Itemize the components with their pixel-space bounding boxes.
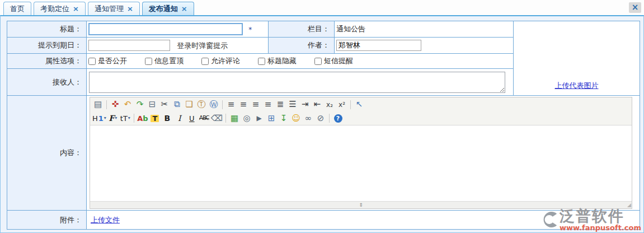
select-all-icon[interactable]: ↖: [353, 99, 365, 110]
row-attachment: 附件： 上传文件: [7, 211, 640, 230]
content-label: 内容：: [7, 96, 87, 211]
author-label: 作者：: [269, 38, 335, 54]
upload-file-link[interactable]: 上传文件: [91, 216, 120, 224]
close-panel-button[interactable]: ×: [629, 2, 641, 13]
row-title-column: 标题： * 栏目： 通知公告 上传代表图片: [7, 21, 640, 38]
subscript-icon[interactable]: x₂: [323, 99, 336, 110]
strikethrough-icon[interactable]: ABC: [198, 113, 210, 124]
underline-icon[interactable]: U: [186, 113, 198, 124]
heading-dropdown[interactable]: H1▾: [92, 113, 107, 124]
checkbox-is-public[interactable]: 是否公开: [88, 56, 127, 66]
checkbox-sms-remind[interactable]: 短信提醒: [314, 56, 353, 66]
author-input[interactable]: [336, 40, 421, 51]
unordered-list-icon[interactable]: ☰: [286, 99, 299, 110]
paste-icon[interactable]: ❏: [183, 99, 195, 110]
checkbox-hide-title-input[interactable]: [258, 58, 265, 65]
representative-image-cell: 上传代表图片: [514, 21, 640, 96]
cut-icon[interactable]: ✂: [158, 99, 171, 110]
undo-icon[interactable]: ↶: [121, 99, 134, 110]
editor-content-area[interactable]: [90, 125, 632, 201]
editor-corner-resize-handle[interactable]: ◢: [627, 202, 631, 208]
text-color-icon[interactable]: Ab: [137, 113, 149, 124]
insert-table-icon[interactable]: ⊞: [265, 113, 278, 124]
checkbox-is-public-input[interactable]: [88, 58, 96, 65]
fullscreen-icon[interactable]: ✜: [109, 99, 121, 110]
unlink-icon[interactable]: ⊘: [314, 113, 327, 124]
checkbox-sms-remind-input[interactable]: [314, 58, 322, 65]
tab-home[interactable]: 首页: [3, 2, 31, 15]
align-center-icon[interactable]: ≡: [237, 99, 250, 110]
tab-close-icon[interactable]: ×: [181, 5, 187, 12]
column-label: 栏目：: [269, 21, 335, 38]
publish-notice-form: 标题： * 栏目： 通知公告 上传代表图片 提示到期日： 登录时弹窗提示 作者：: [7, 21, 640, 230]
paste-as-text-icon[interactable]: Ⓣ: [195, 99, 208, 110]
tab-label: 发布通知: [149, 4, 178, 14]
toolbar-separator: [134, 114, 134, 123]
emoticon-icon[interactable]: ☺: [290, 113, 302, 124]
insert-flash-icon[interactable]: ◎: [241, 113, 253, 124]
checkbox-hide-title[interactable]: 标题隐藏: [258, 56, 297, 66]
indent-icon[interactable]: ⇥: [299, 99, 311, 110]
recipients-label: 接收人：: [7, 69, 87, 96]
tab-bar: 首页 考勤定位 × 通知管理 × 发布通知 × ×: [0, 0, 644, 15]
align-left-icon[interactable]: ≡: [225, 99, 237, 110]
redo-icon[interactable]: ↷: [134, 99, 146, 110]
login-popup-hint: 登录时弹窗提示: [177, 41, 228, 50]
highlight-color-icon[interactable]: T: [149, 113, 161, 124]
toolbar-separator: [225, 114, 226, 123]
checkbox-pin-top[interactable]: 信息置顶: [145, 56, 184, 66]
horizontal-rule-icon[interactable]: ↧: [278, 113, 290, 124]
checkbox-allow-comments[interactable]: 允许评论: [201, 56, 240, 66]
toolbar-separator: [106, 100, 107, 109]
bold-icon[interactable]: B: [161, 113, 173, 124]
title-input[interactable]: [88, 23, 243, 35]
app-window: 首页 考勤定位 × 通知管理 × 发布通知 × × 标题： * 栏目：: [0, 0, 644, 233]
remind-date-label: 提示到期日：: [7, 38, 87, 54]
row-content: 内容： ▤ ✜ ↶ ↷ ⊟ ✂ ⧉ ❏ Ⓣ: [7, 96, 640, 211]
upload-image-link[interactable]: 上传代表图片: [555, 81, 599, 90]
editor-status-bar: ⇕ ◢: [90, 201, 632, 208]
ordered-list-icon[interactable]: ≣: [274, 99, 286, 110]
editor-resize-handle[interactable]: ⇕: [359, 202, 363, 208]
tab-notice-management[interactable]: 通知管理 ×: [88, 2, 140, 15]
print-icon[interactable]: ⊟: [146, 99, 158, 110]
superscript-icon[interactable]: x²: [336, 99, 348, 110]
toolbar-separator: [222, 100, 223, 109]
font-family-dropdown[interactable]: F▾: [107, 113, 119, 124]
tab-close-icon[interactable]: ×: [73, 5, 79, 12]
column-value: 通知公告: [335, 21, 514, 38]
toolbar-separator: [350, 100, 351, 109]
recipients-textarea[interactable]: [89, 72, 505, 93]
italic-icon[interactable]: I: [173, 113, 186, 124]
checkbox-allow-comments-input[interactable]: [201, 58, 209, 65]
checkbox-pin-top-input[interactable]: [145, 58, 152, 65]
insert-image-icon[interactable]: ▦: [228, 113, 241, 124]
editor-toolbar-row1: ▤ ✜ ↶ ↷ ⊟ ✂ ⧉ ❏ Ⓣ Ⓦ ≡: [90, 97, 632, 111]
tab-label: 考勤定位: [40, 4, 69, 14]
tab-label: 通知管理: [95, 4, 124, 14]
options-label: 属性选项：: [7, 54, 87, 69]
tab-label: 首页: [10, 4, 25, 14]
chevron-down-icon: ▾: [115, 116, 117, 120]
editor-toolbar-row2: H1▾ F▾ tT▾ Ab T: [90, 111, 632, 125]
tab-attendance-location[interactable]: 考勤定位 ×: [34, 2, 86, 15]
insert-video-icon[interactable]: ▶: [253, 113, 265, 124]
font-size-dropdown[interactable]: tT▾: [119, 113, 131, 124]
chevron-down-icon: ▾: [104, 116, 106, 120]
copy-icon[interactable]: ⧉: [171, 99, 183, 110]
paste-from-word-icon[interactable]: Ⓦ: [208, 99, 220, 110]
align-right-icon[interactable]: ≡: [250, 99, 262, 110]
remove-format-icon[interactable]: ⌫: [210, 113, 223, 124]
toolbar-separator: [329, 114, 330, 123]
required-mark: *: [248, 26, 252, 34]
tab-close-icon[interactable]: ×: [127, 5, 133, 12]
title-label: 标题：: [7, 21, 87, 38]
tab-publish-notice[interactable]: 发布通知 ×: [142, 2, 194, 15]
link-icon[interactable]: ∞: [302, 113, 314, 124]
justify-icon[interactable]: ≡: [262, 99, 274, 110]
outdent-icon[interactable]: ⇤: [311, 99, 323, 110]
source-code-icon[interactable]: ▤: [92, 99, 104, 110]
about-icon[interactable]: ?: [332, 113, 344, 124]
remind-date-input[interactable]: [88, 40, 170, 51]
rich-text-editor: ▤ ✜ ↶ ↷ ⊟ ✂ ⧉ ❏ Ⓣ Ⓦ ≡: [90, 97, 632, 209]
